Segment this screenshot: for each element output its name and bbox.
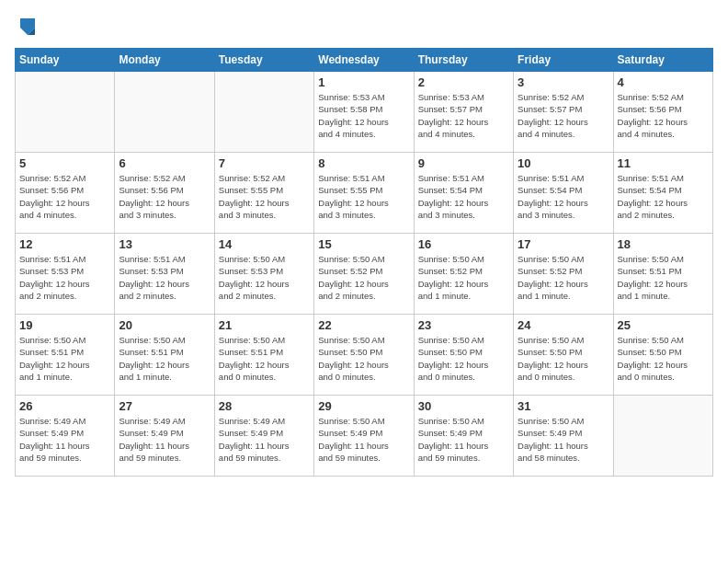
calendar-cell: 19Sunrise: 5:50 AM Sunset: 5:51 PM Dayli… <box>16 315 115 396</box>
day-number: 6 <box>119 156 210 170</box>
day-number: 5 <box>19 156 110 170</box>
calendar-cell: 5Sunrise: 5:52 AM Sunset: 5:56 PM Daylig… <box>16 153 115 234</box>
day-number: 22 <box>318 318 409 332</box>
day-info: Sunrise: 5:51 AM Sunset: 5:54 PM Dayligh… <box>418 172 509 221</box>
day-info: Sunrise: 5:52 AM Sunset: 5:56 PM Dayligh… <box>119 172 210 221</box>
day-number: 2 <box>418 75 509 89</box>
day-info: Sunrise: 5:50 AM Sunset: 5:50 PM Dayligh… <box>418 334 509 383</box>
calendar-cell: 7Sunrise: 5:52 AM Sunset: 5:55 PM Daylig… <box>214 153 313 234</box>
day-info: Sunrise: 5:51 AM Sunset: 5:54 PM Dayligh… <box>518 172 609 221</box>
calendar-cell: 22Sunrise: 5:50 AM Sunset: 5:50 PM Dayli… <box>314 315 414 396</box>
day-info: Sunrise: 5:51 AM Sunset: 5:53 PM Dayligh… <box>119 253 210 302</box>
day-number: 1 <box>318 75 409 89</box>
day-info: Sunrise: 5:50 AM Sunset: 5:52 PM Dayligh… <box>318 253 409 302</box>
day-info: Sunrise: 5:50 AM Sunset: 5:51 PM Dayligh… <box>618 253 709 302</box>
calendar-cell: 23Sunrise: 5:50 AM Sunset: 5:50 PM Dayli… <box>414 315 513 396</box>
calendar-week-3: 12Sunrise: 5:51 AM Sunset: 5:53 PM Dayli… <box>16 234 713 315</box>
day-info: Sunrise: 5:49 AM Sunset: 5:49 PM Dayligh… <box>119 415 210 464</box>
calendar-cell: 10Sunrise: 5:51 AM Sunset: 5:54 PM Dayli… <box>514 153 613 234</box>
day-number: 20 <box>119 318 210 332</box>
day-info: Sunrise: 5:49 AM Sunset: 5:49 PM Dayligh… <box>19 415 110 464</box>
calendar-cell: 14Sunrise: 5:50 AM Sunset: 5:53 PM Dayli… <box>214 234 313 315</box>
day-info: Sunrise: 5:50 AM Sunset: 5:52 PM Dayligh… <box>418 253 509 302</box>
calendar-cell: 29Sunrise: 5:50 AM Sunset: 5:49 PM Dayli… <box>314 396 414 477</box>
day-number: 25 <box>618 318 709 332</box>
day-info: Sunrise: 5:51 AM Sunset: 5:53 PM Dayligh… <box>19 253 110 302</box>
calendar-cell: 18Sunrise: 5:50 AM Sunset: 5:51 PM Dayli… <box>613 234 712 315</box>
day-number: 9 <box>418 156 509 170</box>
page-header <box>15 15 713 40</box>
day-info: Sunrise: 5:50 AM Sunset: 5:52 PM Dayligh… <box>518 253 609 302</box>
day-info: Sunrise: 5:50 AM Sunset: 5:51 PM Dayligh… <box>119 334 210 383</box>
day-number: 10 <box>518 156 609 170</box>
calendar-cell: 11Sunrise: 5:51 AM Sunset: 5:54 PM Dayli… <box>613 153 712 234</box>
calendar-cell: 12Sunrise: 5:51 AM Sunset: 5:53 PM Dayli… <box>16 234 115 315</box>
calendar-cell: 9Sunrise: 5:51 AM Sunset: 5:54 PM Daylig… <box>414 153 513 234</box>
weekday-header-wednesday: Wednesday <box>314 49 414 72</box>
calendar-cell <box>16 72 115 153</box>
weekday-header-monday: Monday <box>115 49 214 72</box>
day-info: Sunrise: 5:50 AM Sunset: 5:53 PM Dayligh… <box>219 253 310 302</box>
day-info: Sunrise: 5:52 AM Sunset: 5:56 PM Dayligh… <box>19 172 110 221</box>
calendar-cell: 30Sunrise: 5:50 AM Sunset: 5:49 PM Dayli… <box>414 396 513 477</box>
calendar-cell: 28Sunrise: 5:49 AM Sunset: 5:49 PM Dayli… <box>214 396 313 477</box>
day-number: 27 <box>119 399 210 413</box>
day-number: 31 <box>518 399 609 413</box>
day-info: Sunrise: 5:50 AM Sunset: 5:51 PM Dayligh… <box>19 334 110 383</box>
calendar-cell: 1Sunrise: 5:53 AM Sunset: 5:58 PM Daylig… <box>314 72 414 153</box>
calendar-cell: 6Sunrise: 5:52 AM Sunset: 5:56 PM Daylig… <box>115 153 214 234</box>
day-info: Sunrise: 5:50 AM Sunset: 5:50 PM Dayligh… <box>518 334 609 383</box>
day-number: 28 <box>219 399 310 413</box>
day-number: 8 <box>318 156 409 170</box>
calendar-cell: 24Sunrise: 5:50 AM Sunset: 5:50 PM Dayli… <box>514 315 613 396</box>
day-number: 15 <box>318 237 409 251</box>
day-info: Sunrise: 5:52 AM Sunset: 5:55 PM Dayligh… <box>219 172 310 221</box>
calendar-cell: 17Sunrise: 5:50 AM Sunset: 5:52 PM Dayli… <box>514 234 613 315</box>
calendar-cell: 26Sunrise: 5:49 AM Sunset: 5:49 PM Dayli… <box>16 396 115 477</box>
calendar-cell: 4Sunrise: 5:52 AM Sunset: 5:56 PM Daylig… <box>613 72 712 153</box>
calendar-week-5: 26Sunrise: 5:49 AM Sunset: 5:49 PM Dayli… <box>16 396 713 477</box>
calendar-table: SundayMondayTuesdayWednesdayThursdayFrid… <box>15 48 713 477</box>
day-info: Sunrise: 5:52 AM Sunset: 5:57 PM Dayligh… <box>518 91 609 140</box>
day-number: 14 <box>219 237 310 251</box>
day-number: 12 <box>19 237 110 251</box>
day-number: 18 <box>618 237 709 251</box>
calendar-cell: 8Sunrise: 5:51 AM Sunset: 5:55 PM Daylig… <box>314 153 414 234</box>
day-info: Sunrise: 5:50 AM Sunset: 5:49 PM Dayligh… <box>418 415 509 464</box>
day-number: 19 <box>19 318 110 332</box>
day-number: 11 <box>618 156 709 170</box>
day-info: Sunrise: 5:50 AM Sunset: 5:50 PM Dayligh… <box>618 334 709 383</box>
day-number: 16 <box>418 237 509 251</box>
weekday-header-friday: Friday <box>514 49 613 72</box>
calendar-week-4: 19Sunrise: 5:50 AM Sunset: 5:51 PM Dayli… <box>16 315 713 396</box>
day-number: 29 <box>318 399 409 413</box>
day-number: 26 <box>19 399 110 413</box>
calendar-cell: 21Sunrise: 5:50 AM Sunset: 5:51 PM Dayli… <box>214 315 313 396</box>
calendar-cell: 27Sunrise: 5:49 AM Sunset: 5:49 PM Dayli… <box>115 396 214 477</box>
day-info: Sunrise: 5:53 AM Sunset: 5:57 PM Dayligh… <box>418 91 509 140</box>
day-info: Sunrise: 5:53 AM Sunset: 5:58 PM Dayligh… <box>318 91 409 140</box>
weekday-header-thursday: Thursday <box>414 49 513 72</box>
day-info: Sunrise: 5:51 AM Sunset: 5:55 PM Dayligh… <box>318 172 409 221</box>
weekday-header-row: SundayMondayTuesdayWednesdayThursdayFrid… <box>16 49 713 72</box>
weekday-header-tuesday: Tuesday <box>214 49 313 72</box>
calendar-cell: 15Sunrise: 5:50 AM Sunset: 5:52 PM Dayli… <box>314 234 414 315</box>
calendar-cell: 13Sunrise: 5:51 AM Sunset: 5:53 PM Dayli… <box>115 234 214 315</box>
day-number: 7 <box>219 156 310 170</box>
day-info: Sunrise: 5:50 AM Sunset: 5:50 PM Dayligh… <box>318 334 409 383</box>
day-info: Sunrise: 5:52 AM Sunset: 5:56 PM Dayligh… <box>618 91 709 140</box>
day-number: 17 <box>518 237 609 251</box>
day-number: 4 <box>618 75 709 89</box>
day-info: Sunrise: 5:51 AM Sunset: 5:54 PM Dayligh… <box>618 172 709 221</box>
calendar-cell: 25Sunrise: 5:50 AM Sunset: 5:50 PM Dayli… <box>613 315 712 396</box>
calendar-cell <box>214 72 313 153</box>
logo-icon <box>17 15 39 40</box>
weekday-header-saturday: Saturday <box>613 49 712 72</box>
day-info: Sunrise: 5:49 AM Sunset: 5:49 PM Dayligh… <box>219 415 310 464</box>
day-info: Sunrise: 5:50 AM Sunset: 5:49 PM Dayligh… <box>318 415 409 464</box>
calendar-cell: 2Sunrise: 5:53 AM Sunset: 5:57 PM Daylig… <box>414 72 513 153</box>
calendar-cell: 3Sunrise: 5:52 AM Sunset: 5:57 PM Daylig… <box>514 72 613 153</box>
day-number: 21 <box>219 318 310 332</box>
day-number: 3 <box>518 75 609 89</box>
day-number: 30 <box>418 399 509 413</box>
